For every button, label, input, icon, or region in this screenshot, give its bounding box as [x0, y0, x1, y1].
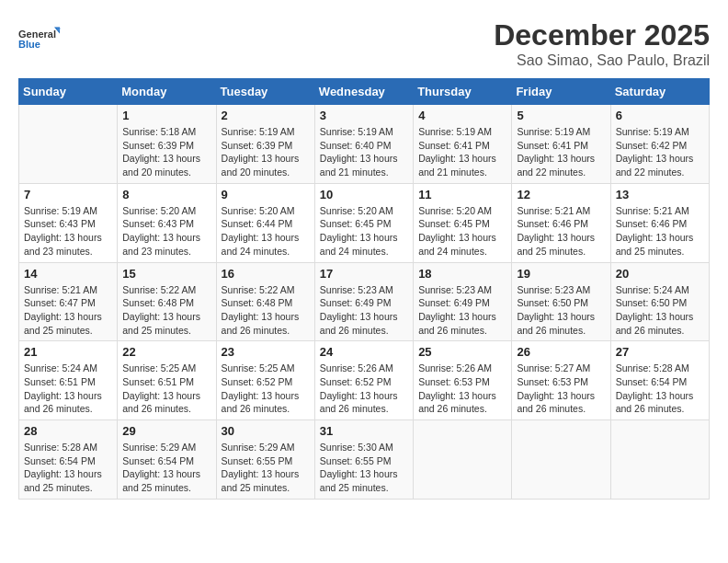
day-number: 18	[418, 267, 506, 281]
day-info: Sunrise: 5:29 AMSunset: 6:55 PMDaylight:…	[222, 441, 310, 495]
day-number: 15	[122, 267, 210, 281]
day-info: Sunrise: 5:25 AMSunset: 6:52 PMDaylight:…	[222, 362, 310, 416]
day-info: Sunrise: 5:22 AMSunset: 6:48 PMDaylight:…	[222, 283, 310, 338]
svg-text:General: General	[18, 29, 56, 40]
month-title: December 2025	[494, 18, 710, 52]
day-info: Sunrise: 5:21 AMSunset: 6:46 PMDaylight:…	[517, 204, 605, 259]
day-number: 6	[616, 109, 704, 122]
calendar-cell: 6Sunrise: 5:19 AMSunset: 6:42 PMDaylight…	[610, 105, 709, 184]
day-info: Sunrise: 5:21 AMSunset: 6:47 PMDaylight:…	[24, 283, 112, 338]
calendar-cell: 8Sunrise: 5:20 AMSunset: 6:43 PMDaylight…	[118, 183, 216, 262]
day-info: Sunrise: 5:19 AMSunset: 6:40 PMDaylight:…	[320, 125, 408, 179]
day-number: 22	[122, 345, 210, 359]
logo: General Blue	[18, 18, 64, 63]
day-number: 1	[122, 109, 210, 122]
day-info: Sunrise: 5:23 AMSunset: 6:50 PMDaylight:…	[517, 283, 605, 338]
day-info: Sunrise: 5:20 AMSunset: 6:44 PMDaylight:…	[222, 204, 310, 259]
day-info: Sunrise: 5:19 AMSunset: 6:42 PMDaylight:…	[616, 125, 704, 179]
day-info: Sunrise: 5:25 AMSunset: 6:51 PMDaylight:…	[122, 362, 210, 416]
calendar-cell: 29Sunrise: 5:29 AMSunset: 6:54 PMDayligh…	[118, 420, 216, 500]
day-info: Sunrise: 5:22 AMSunset: 6:48 PMDaylight:…	[122, 283, 210, 338]
day-info: Sunrise: 5:24 AMSunset: 6:50 PMDaylight:…	[616, 283, 704, 338]
day-number: 5	[517, 109, 605, 122]
calendar-cell: 10Sunrise: 5:20 AMSunset: 6:45 PMDayligh…	[314, 183, 413, 262]
calendar-table: SundayMondayTuesdayWednesdayThursdayFrid…	[18, 78, 710, 500]
calendar-cell: 16Sunrise: 5:22 AMSunset: 6:48 PMDayligh…	[216, 262, 314, 341]
calendar-cell: 12Sunrise: 5:21 AMSunset: 6:46 PMDayligh…	[512, 183, 610, 262]
day-info: Sunrise: 5:18 AMSunset: 6:39 PMDaylight:…	[122, 125, 210, 179]
day-info: Sunrise: 5:20 AMSunset: 6:45 PMDaylight:…	[320, 204, 408, 259]
calendar-cell: 9Sunrise: 5:20 AMSunset: 6:44 PMDaylight…	[216, 183, 314, 262]
day-info: Sunrise: 5:19 AMSunset: 6:41 PMDaylight:…	[517, 125, 605, 179]
calendar-cell: 7Sunrise: 5:19 AMSunset: 6:43 PMDaylight…	[19, 183, 118, 262]
day-info: Sunrise: 5:21 AMSunset: 6:46 PMDaylight:…	[616, 204, 704, 259]
calendar-week-row: 21Sunrise: 5:24 AMSunset: 6:51 PMDayligh…	[19, 341, 710, 420]
day-info: Sunrise: 5:29 AMSunset: 6:54 PMDaylight:…	[122, 441, 210, 495]
calendar-cell	[19, 105, 118, 184]
day-number: 23	[222, 345, 310, 359]
day-info: Sunrise: 5:28 AMSunset: 6:54 PMDaylight:…	[24, 441, 112, 495]
day-number: 3	[320, 109, 408, 122]
day-number: 21	[24, 345, 112, 359]
svg-text:Blue: Blue	[18, 39, 40, 50]
calendar-cell: 28Sunrise: 5:28 AMSunset: 6:54 PMDayligh…	[19, 420, 118, 500]
day-number: 10	[320, 188, 408, 201]
calendar-cell: 17Sunrise: 5:23 AMSunset: 6:49 PMDayligh…	[314, 262, 413, 341]
day-info: Sunrise: 5:24 AMSunset: 6:51 PMDaylight:…	[24, 362, 112, 416]
calendar-cell: 25Sunrise: 5:26 AMSunset: 6:53 PMDayligh…	[414, 341, 512, 420]
calendar-cell	[610, 420, 709, 500]
calendar-cell: 30Sunrise: 5:29 AMSunset: 6:55 PMDayligh…	[216, 420, 314, 500]
calendar-week-row: 28Sunrise: 5:28 AMSunset: 6:54 PMDayligh…	[19, 420, 710, 500]
day-number: 16	[222, 267, 310, 281]
weekday-header-wednesday: Wednesday	[314, 79, 413, 105]
calendar-week-row: 1Sunrise: 5:18 AMSunset: 6:39 PMDaylight…	[19, 105, 710, 184]
calendar-cell: 3Sunrise: 5:19 AMSunset: 6:40 PMDaylight…	[314, 105, 413, 184]
day-info: Sunrise: 5:26 AMSunset: 6:52 PMDaylight:…	[320, 362, 408, 416]
calendar-cell: 19Sunrise: 5:23 AMSunset: 6:50 PMDayligh…	[512, 262, 610, 341]
day-number: 28	[24, 424, 112, 438]
calendar-cell: 18Sunrise: 5:23 AMSunset: 6:49 PMDayligh…	[414, 262, 512, 341]
weekday-header-saturday: Saturday	[610, 79, 709, 105]
day-number: 8	[122, 188, 210, 201]
day-info: Sunrise: 5:19 AMSunset: 6:43 PMDaylight:…	[24, 204, 112, 259]
day-info: Sunrise: 5:20 AMSunset: 6:45 PMDaylight:…	[418, 204, 506, 259]
day-number: 26	[517, 345, 605, 359]
calendar-body: 1Sunrise: 5:18 AMSunset: 6:39 PMDaylight…	[19, 105, 710, 500]
day-number: 30	[222, 424, 310, 438]
title-area: December 2025 Sao Simao, Sao Paulo, Braz…	[494, 18, 710, 69]
calendar-cell: 31Sunrise: 5:30 AMSunset: 6:55 PMDayligh…	[314, 420, 413, 500]
calendar-cell: 5Sunrise: 5:19 AMSunset: 6:41 PMDaylight…	[512, 105, 610, 184]
calendar-cell: 20Sunrise: 5:24 AMSunset: 6:50 PMDayligh…	[610, 262, 709, 341]
day-number: 12	[517, 188, 605, 201]
day-number: 25	[418, 345, 506, 359]
day-number: 13	[616, 188, 704, 201]
header: General Blue December 2025 Sao Simao, Sa…	[18, 18, 710, 69]
calendar-cell: 26Sunrise: 5:27 AMSunset: 6:53 PMDayligh…	[512, 341, 610, 420]
day-info: Sunrise: 5:27 AMSunset: 6:53 PMDaylight:…	[517, 362, 605, 416]
day-number: 7	[24, 188, 112, 201]
day-number: 17	[320, 267, 408, 281]
day-number: 4	[418, 109, 506, 122]
day-info: Sunrise: 5:26 AMSunset: 6:53 PMDaylight:…	[418, 362, 506, 416]
day-number: 31	[320, 424, 408, 438]
weekday-header-friday: Friday	[512, 79, 610, 105]
day-info: Sunrise: 5:20 AMSunset: 6:43 PMDaylight:…	[122, 204, 210, 259]
calendar-cell: 22Sunrise: 5:25 AMSunset: 6:51 PMDayligh…	[118, 341, 216, 420]
day-number: 24	[320, 345, 408, 359]
day-number: 29	[122, 424, 210, 438]
weekday-header-monday: Monday	[118, 79, 216, 105]
calendar-cell: 1Sunrise: 5:18 AMSunset: 6:39 PMDaylight…	[118, 105, 216, 184]
calendar-cell: 11Sunrise: 5:20 AMSunset: 6:45 PMDayligh…	[414, 183, 512, 262]
day-info: Sunrise: 5:23 AMSunset: 6:49 PMDaylight:…	[320, 283, 408, 338]
calendar-cell: 2Sunrise: 5:19 AMSunset: 6:39 PMDaylight…	[216, 105, 314, 184]
day-number: 20	[616, 267, 704, 281]
weekday-header-tuesday: Tuesday	[216, 79, 314, 105]
day-info: Sunrise: 5:30 AMSunset: 6:55 PMDaylight:…	[320, 441, 408, 495]
calendar-cell: 14Sunrise: 5:21 AMSunset: 6:47 PMDayligh…	[19, 262, 118, 341]
calendar-cell: 15Sunrise: 5:22 AMSunset: 6:48 PMDayligh…	[118, 262, 216, 341]
calendar-cell	[512, 420, 610, 500]
calendar-cell: 13Sunrise: 5:21 AMSunset: 6:46 PMDayligh…	[610, 183, 709, 262]
day-info: Sunrise: 5:28 AMSunset: 6:54 PMDaylight:…	[616, 362, 704, 416]
weekday-header-sunday: Sunday	[19, 79, 118, 105]
location-title: Sao Simao, Sao Paulo, Brazil	[494, 52, 710, 69]
